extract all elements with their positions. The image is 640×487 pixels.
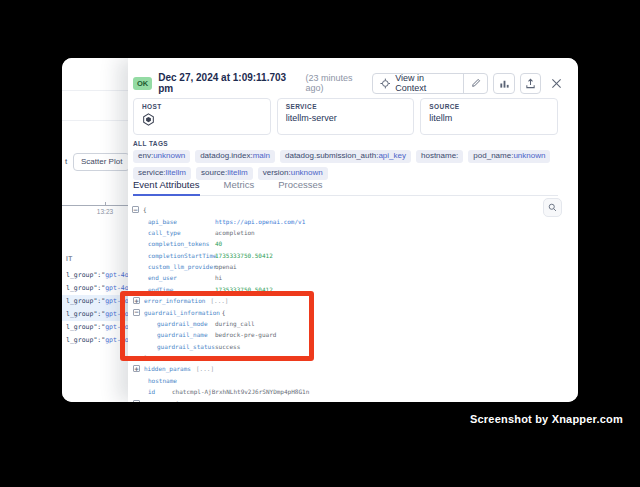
tag-pill[interactable]: datadog.submission_auth:api_key	[280, 150, 411, 163]
attribute-row-messages: −messages {	[128, 397, 554, 402]
truncated-button-fragment: t	[65, 157, 67, 166]
log-row-value: gpt-4o	[105, 271, 128, 279]
export-button[interactable]	[520, 73, 542, 94]
host-card-label: HOST	[142, 103, 262, 110]
collapsed-preview: [...]	[196, 365, 214, 372]
attribute-value: openai	[215, 263, 237, 270]
log-row-key: l_group":"	[66, 310, 105, 318]
attribute-key: completion_tokens	[148, 240, 215, 247]
tag-key: version:	[263, 168, 291, 177]
tag-value: api_key	[378, 151, 406, 160]
source-card[interactable]: SOURCE litellm	[420, 98, 558, 135]
event-relative-time: (23 minutes ago)	[306, 73, 372, 93]
open-brace: {	[143, 206, 147, 213]
collapse-icon[interactable]: −	[133, 400, 140, 402]
pencil-icon	[471, 78, 481, 88]
tag-value: litellm	[166, 168, 186, 177]
scatter-plot-button[interactable]: Scatter Plot	[73, 153, 128, 171]
view-in-context-button[interactable]: View in Context	[373, 74, 463, 93]
tab-event-attributes[interactable]: Event Attributes	[133, 179, 200, 196]
tag-pill[interactable]: pod_name:unknown	[468, 150, 550, 163]
tag-value: unknown	[513, 151, 545, 160]
attribute-row-hostname: hostname	[128, 375, 554, 386]
tag-key: datadog.index:	[200, 151, 253, 160]
view-in-context-label: View in Context	[395, 73, 456, 93]
tag-key: env:	[138, 151, 153, 160]
all-tags-label: ALL TAGS	[133, 140, 558, 147]
log-row[interactable]: l_group":"gpt-4o	[62, 308, 128, 321]
expand-icon[interactable]: +	[133, 365, 140, 372]
attribute-value[interactable]: https://api.openai.com/v1	[215, 218, 305, 225]
tag-pill[interactable]: hostname:	[416, 150, 463, 163]
close-button[interactable]	[548, 75, 564, 91]
log-rows: l_group":"gpt-4ol_group":"gpt-4ol_group"…	[62, 269, 128, 347]
attribute-value: 1735333750.50412	[215, 252, 273, 259]
log-row[interactable]: l_group":"gpt-4o	[62, 282, 128, 295]
timeline-tick	[105, 202, 106, 205]
log-row-key: l_group":"	[66, 297, 105, 305]
tab-processes[interactable]: Processes	[278, 179, 322, 195]
tag-key: pod_name:	[473, 151, 513, 160]
attribute-key: hidden_params	[144, 365, 191, 372]
all-tags-section: ALL TAGS env:unknowndatadog.index:mainda…	[133, 140, 558, 180]
attribute-key: end_user	[148, 274, 215, 281]
attribute-key: custom_llm_provider	[148, 263, 215, 270]
tag-value: unknown	[291, 168, 323, 177]
event-header: OK Dec 27, 2024 at 1:09:11.703 pm (23 mi…	[133, 71, 564, 95]
export-icon	[525, 78, 536, 89]
attribute-row-api_base: api_basehttps://api.openai.com/v1	[128, 215, 554, 226]
attribute-key: hostname	[148, 377, 215, 384]
edit-button[interactable]	[464, 74, 487, 93]
source-card-value: litellm	[429, 113, 549, 124]
event-timestamp: Dec 27, 2024 at 1:09:11.703 pm	[158, 72, 300, 94]
attribute-row-custom_llm_provider: custom_llm_provideropenai	[128, 261, 554, 272]
log-row[interactable]: l_group":"gpt-4o	[62, 295, 128, 308]
log-row-key: l_group":"	[66, 271, 105, 279]
log-row-key: l_group":"	[66, 323, 105, 331]
log-row[interactable]: l_group":"gpt-4o	[62, 321, 128, 334]
attribute-row-call_type: call_typeacompletion	[128, 227, 554, 238]
collapse-icon[interactable]: −	[132, 206, 139, 213]
background-page-strip: t Scatter Plot 13:23 IT l_group":"gpt-4o…	[62, 58, 128, 402]
timeline-tick-label: 13:23	[82, 208, 128, 215]
open-brace: {	[175, 400, 179, 402]
tabs: Event AttributesMetricsProcesses	[133, 179, 558, 196]
attribute-value: acompletion	[215, 229, 255, 236]
timeline-axis	[62, 205, 128, 206]
divider	[62, 90, 128, 91]
graph-icon	[499, 78, 510, 89]
attribute-row-end_user: end_userhi	[128, 272, 554, 283]
log-row[interactable]: l_group":"gpt-4o	[62, 269, 128, 282]
source-card-label: SOURCE	[429, 103, 549, 110]
event-header-actions: View in Context	[372, 73, 564, 94]
red-highlight-box	[120, 291, 314, 361]
service-card-value: litellm-server	[286, 113, 406, 124]
attribute-row-id: idchatcmpl-AjBrxhNLht9v2J6rSNYDmp4pH8G1n	[128, 386, 554, 397]
tag-pill[interactable]: datadog.index:main	[195, 150, 275, 163]
log-row-key: l_group":"	[66, 336, 105, 344]
related-data-button[interactable]	[493, 73, 515, 94]
tag-value: unknown	[153, 151, 185, 160]
attribute-value: 40	[215, 240, 222, 247]
tag-pill[interactable]: env:unknown	[133, 150, 190, 163]
log-row[interactable]: l_group":"gpt-4o	[62, 334, 128, 347]
tab-metrics[interactable]: Metrics	[224, 179, 255, 195]
attribute-key: id	[148, 388, 172, 395]
view-in-context-button-group: View in Context	[372, 73, 489, 94]
attribute-key: api_base	[148, 218, 215, 225]
host-hexagon-icon	[142, 112, 262, 130]
service-card-label: SERVICE	[286, 103, 406, 110]
watermark-text: Screenshot by Xnapper.com	[470, 413, 623, 425]
host-card[interactable]: HOST	[133, 98, 271, 135]
list-column-header: IT	[66, 255, 73, 262]
attribute-value: chatcmpl-AjBrxhNLht9v2J6rSNYDmp4pH8G1n	[172, 388, 309, 395]
attribute-key: call_type	[148, 229, 215, 236]
service-card[interactable]: SERVICE litellm-server	[277, 98, 415, 135]
attribute-row: −{	[128, 204, 554, 215]
attribute-row-hidden_params: +hidden_params[...]	[128, 363, 554, 374]
log-row-key: l_group":"	[66, 284, 105, 292]
attribute-row-completion_tokens: completion_tokens40	[128, 238, 554, 249]
event-header-left: OK Dec 27, 2024 at 1:09:11.703 pm (23 mi…	[133, 72, 372, 94]
tag-key: datadog.submission_auth:	[285, 151, 378, 160]
tag-key: hostname:	[421, 151, 458, 160]
